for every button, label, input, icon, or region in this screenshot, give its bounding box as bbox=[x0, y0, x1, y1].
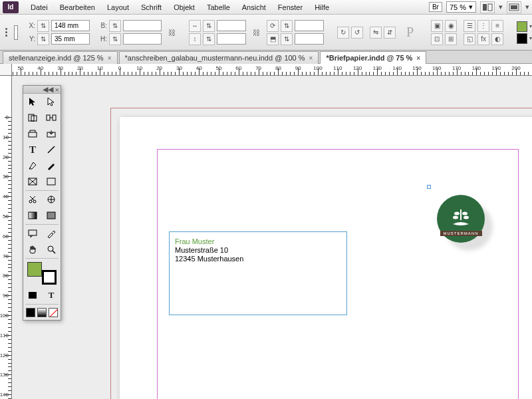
stroke-swatch[interactable] bbox=[517, 33, 527, 44]
scale-x-input[interactable] bbox=[217, 20, 246, 31]
type-tool[interactable]: T bbox=[23, 142, 42, 158]
screen-mode-icon[interactable] bbox=[507, 1, 521, 13]
text-format-icon[interactable]: T bbox=[42, 287, 61, 303]
stepper-icon[interactable]: ⇅ bbox=[203, 33, 215, 45]
distribute-icon[interactable]: ⋮ bbox=[477, 20, 489, 32]
content-collector-tool[interactable] bbox=[23, 126, 42, 142]
height-input[interactable] bbox=[123, 33, 162, 45]
stepper-icon[interactable]: ⇅ bbox=[37, 33, 49, 45]
stepper-icon[interactable]: ⇅ bbox=[109, 20, 121, 32]
menu-edit[interactable]: Bearbeiten bbox=[55, 2, 100, 13]
corner-icon[interactable]: ◱ bbox=[464, 33, 475, 45]
fill-swatch[interactable] bbox=[517, 21, 527, 32]
constrain-scale-icon[interactable]: ⛓ bbox=[253, 21, 260, 45]
vertical-ruler[interactable]: 0102030405060708090100110120130140 bbox=[0, 76, 12, 399]
ruler-origin[interactable] bbox=[0, 64, 12, 76]
close-icon[interactable]: × bbox=[309, 55, 313, 62]
flip-v-icon[interactable]: ⇵ bbox=[384, 27, 396, 39]
menu-file[interactable]: Datei bbox=[25, 2, 53, 13]
container-format-icon[interactable] bbox=[23, 287, 42, 303]
effects-icon[interactable]: fx bbox=[477, 33, 489, 45]
width-input[interactable] bbox=[123, 20, 162, 31]
stepper-icon[interactable]: ⇅ bbox=[281, 33, 293, 45]
reference-point[interactable] bbox=[14, 25, 18, 40]
pencil-tool[interactable] bbox=[42, 158, 61, 174]
menu-view[interactable]: Ansicht bbox=[237, 2, 271, 13]
logo-frame[interactable]: MUSTERMANN bbox=[432, 190, 489, 247]
stepper-icon[interactable]: ⇅ bbox=[203, 20, 215, 32]
gradient-swatch-tool[interactable] bbox=[23, 207, 42, 223]
chevron-down-icon[interactable]: ▾ bbox=[525, 3, 529, 11]
fill-color[interactable] bbox=[27, 262, 42, 277]
panel-header[interactable]: ◀◀× bbox=[23, 86, 61, 94]
free-transform-tool[interactable] bbox=[42, 192, 61, 207]
zoom-level[interactable]: 75 %▾ bbox=[446, 1, 476, 13]
rectangle-frame-tool[interactable] bbox=[23, 174, 42, 190]
tab-stellenanzeige[interactable]: stellenanzeige.indd @ 125 %× bbox=[3, 51, 118, 64]
color-wells[interactable] bbox=[25, 261, 59, 286]
fit-icon[interactable]: ⊡ bbox=[431, 33, 443, 45]
view-mode-icon[interactable] bbox=[480, 1, 495, 13]
close-icon[interactable]: × bbox=[108, 55, 112, 62]
rotate-cw-icon[interactable]: ↻ bbox=[337, 27, 349, 39]
pen-tool[interactable] bbox=[23, 158, 42, 174]
scale-y-input[interactable] bbox=[217, 33, 246, 45]
rotate-input[interactable] bbox=[295, 20, 324, 31]
shear-input[interactable] bbox=[295, 33, 324, 45]
menu-object[interactable]: Objekt bbox=[168, 2, 200, 13]
eyedropper-tool[interactable] bbox=[42, 225, 61, 241]
opacity-icon[interactable]: ◐ bbox=[491, 33, 503, 45]
align-icon[interactable]: ☰ bbox=[464, 20, 475, 32]
y-input[interactable] bbox=[51, 33, 90, 45]
fill-icon[interactable]: ⊞ bbox=[445, 33, 457, 45]
stepper-icon[interactable]: ⇅ bbox=[37, 20, 49, 32]
apply-gradient[interactable] bbox=[37, 308, 47, 317]
scissors-tool[interactable] bbox=[23, 192, 42, 207]
canvas[interactable]: MUSTERMANN Frau Muster Musterstraße 10 1… bbox=[12, 76, 532, 399]
panel-grip-icon[interactable] bbox=[5, 28, 7, 37]
tab-anschreiben[interactable]: *anschreiben_galabau_mustermann-neu.indd… bbox=[119, 51, 319, 64]
menu-layout[interactable]: Layout bbox=[102, 2, 134, 13]
wrap-icon[interactable]: ≡ bbox=[491, 20, 503, 32]
note-tool[interactable] bbox=[23, 225, 42, 241]
close-icon[interactable]: × bbox=[55, 86, 59, 94]
stepper-icon[interactable]: ⇅ bbox=[109, 33, 121, 45]
address-text-frame[interactable]: Frau Muster Musterstraße 10 12345 Muster… bbox=[169, 231, 347, 315]
x-input[interactable] bbox=[51, 20, 90, 31]
page-tool[interactable] bbox=[23, 110, 42, 126]
close-icon[interactable]: × bbox=[416, 55, 420, 62]
shear-icon[interactable]: ⬒ bbox=[267, 33, 279, 45]
line-tool[interactable] bbox=[42, 142, 61, 158]
bridge-button[interactable]: Br bbox=[429, 2, 442, 12]
gradient-feather-tool[interactable] bbox=[42, 207, 61, 223]
chevron-down-icon[interactable]: ▾ bbox=[529, 23, 532, 29]
menu-window[interactable]: Fenster bbox=[273, 2, 308, 13]
horizontal-ruler[interactable]: 6050403020100102030405060708090100110120… bbox=[12, 64, 532, 76]
select-content-icon[interactable]: ◉ bbox=[445, 20, 457, 32]
scale-y-icon[interactable]: ↕ bbox=[189, 33, 201, 45]
hand-tool[interactable] bbox=[23, 241, 42, 257]
apply-none[interactable] bbox=[49, 308, 58, 317]
selection-handle[interactable] bbox=[427, 185, 431, 189]
stroke-color[interactable] bbox=[42, 270, 57, 285]
collapse-icon[interactable]: ◀◀ bbox=[43, 85, 53, 94]
gap-tool[interactable] bbox=[42, 110, 61, 126]
menu-type[interactable]: Schrift bbox=[136, 2, 167, 13]
rotate-ccw-icon[interactable]: ↺ bbox=[351, 27, 363, 39]
direct-selection-tool[interactable] bbox=[42, 94, 61, 110]
zoom-tool[interactable] bbox=[42, 241, 61, 257]
apply-color[interactable] bbox=[26, 308, 35, 317]
scale-x-icon[interactable]: ↔ bbox=[189, 20, 201, 32]
chevron-down-icon[interactable]: ▾ bbox=[529, 35, 532, 41]
select-container-icon[interactable]: ▣ bbox=[431, 20, 443, 32]
p-icon[interactable]: P bbox=[402, 25, 418, 40]
constrain-icon[interactable]: ⛓ bbox=[168, 21, 176, 45]
flip-h-icon[interactable]: ⇋ bbox=[370, 27, 382, 39]
selection-tool[interactable] bbox=[23, 94, 42, 110]
stepper-icon[interactable]: ⇅ bbox=[281, 20, 293, 32]
tab-briefpapier[interactable]: *Briefpapier.indd @ 75 %× bbox=[320, 51, 426, 64]
rectangle-tool[interactable] bbox=[42, 174, 61, 190]
chevron-down-icon[interactable]: ▾ bbox=[499, 3, 503, 11]
content-placer-tool[interactable] bbox=[42, 126, 61, 142]
menu-help[interactable]: Hilfe bbox=[309, 2, 334, 13]
